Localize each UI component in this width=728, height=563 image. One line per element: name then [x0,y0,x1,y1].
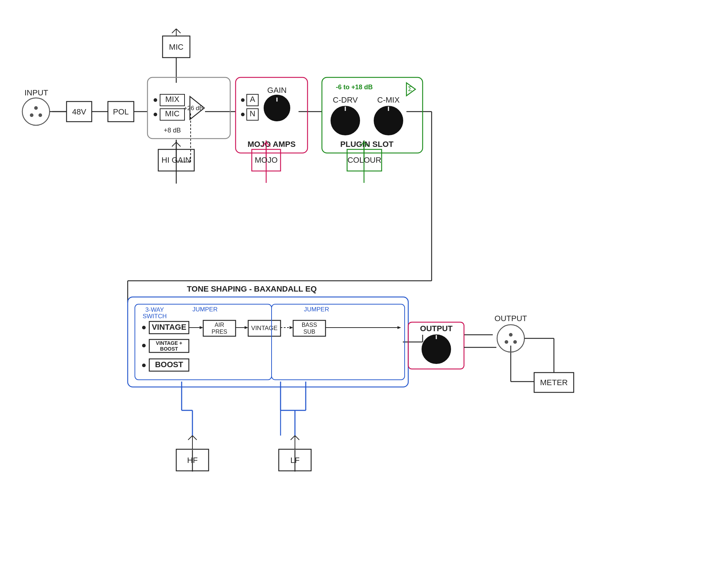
cdrv-label: C-DRV [333,95,358,104]
svg-line-103 [295,436,299,440]
hi-gain-label: HI GAIN [161,156,191,165]
svg-point-109 [509,333,513,337]
bass-sub-label: BASS [302,322,317,328]
mojo-n-label: N [250,109,255,118]
air-pres-label: AIR [215,322,224,328]
switch-label: 3-WAY [145,306,164,313]
jumper1-label: JUMPER [192,306,218,313]
lf-box-label: LF [290,456,300,465]
pol-label: POL [113,107,129,116]
svg-point-34 [22,98,50,125]
svg-marker-93 [290,326,293,329]
hf-box-label: HF [187,456,197,465]
air-pres-label2: PRES [211,329,227,335]
plugin-slot-title: PLUGIN SLOT [340,140,393,149]
svg-point-79 [142,326,146,329]
diagram-container: INPUT 48V POL MIC MIX MIC +8 dB +26 dB H… [0,0,728,563]
switch-label2: SWITCH [142,313,167,320]
mojo-box-label: MOJO [255,156,278,165]
bass-sub-label2: SUB [304,329,315,335]
range-label: -6 to +18 dB [336,84,373,91]
svg-point-36 [30,113,33,117]
mix-mic-label: MIC [165,109,179,118]
svg-marker-96 [397,326,401,329]
vintage-boost-label: VINTAGE + [156,340,182,346]
mic-box-label: MIC [169,42,183,51]
meter-box-label: METER [540,378,568,387]
input-label: INPUT [24,88,48,97]
svg-line-99 [192,436,197,440]
colour-box-label: COLOUR [347,156,381,165]
svg-point-55 [241,98,245,102]
svg-point-110 [505,340,508,344]
svg-marker-86 [200,326,203,329]
svg-point-35 [34,106,38,110]
mojo-amps-title: MOJO AMPS [247,140,296,149]
svg-point-47 [154,113,157,116]
svg-point-81 [142,344,146,347]
svg-text:Σ: Σ [408,85,412,93]
svg-line-42 [176,29,181,33]
gain-label: GAIN [267,86,287,95]
gain26-label: +26 dB [184,105,203,112]
boost-label: BOOST [155,360,183,369]
vintage-boost-label2: BOOST [160,346,178,352]
db8-label: +8 dB [164,127,181,134]
vintage2-label: VINTAGE [251,325,277,332]
svg-rect-91 [272,304,405,380]
svg-point-45 [154,98,157,102]
48v-label: 48V [72,107,86,116]
jumper2-label: JUMPER [304,306,329,313]
cmix-label: C-MIX [377,95,400,104]
svg-point-111 [513,340,517,344]
svg-line-41 [172,29,176,33]
svg-line-52 [176,142,181,147]
svg-point-83 [142,364,146,367]
svg-marker-89 [245,326,248,329]
svg-point-57 [241,113,245,116]
svg-line-98 [188,436,192,440]
svg-line-51 [172,142,176,147]
output-connector-label: OUTPUT [495,314,527,323]
mojo-a-label: A [250,95,255,104]
svg-point-37 [38,113,42,117]
output-box-label: OUTPUT [420,324,453,333]
vintage-label: VINTAGE [152,323,186,332]
svg-line-102 [291,436,295,440]
tone-shaping-title: TONE SHAPING - BAXANDALL EQ [187,284,317,293]
mix-label: MIX [165,95,179,104]
